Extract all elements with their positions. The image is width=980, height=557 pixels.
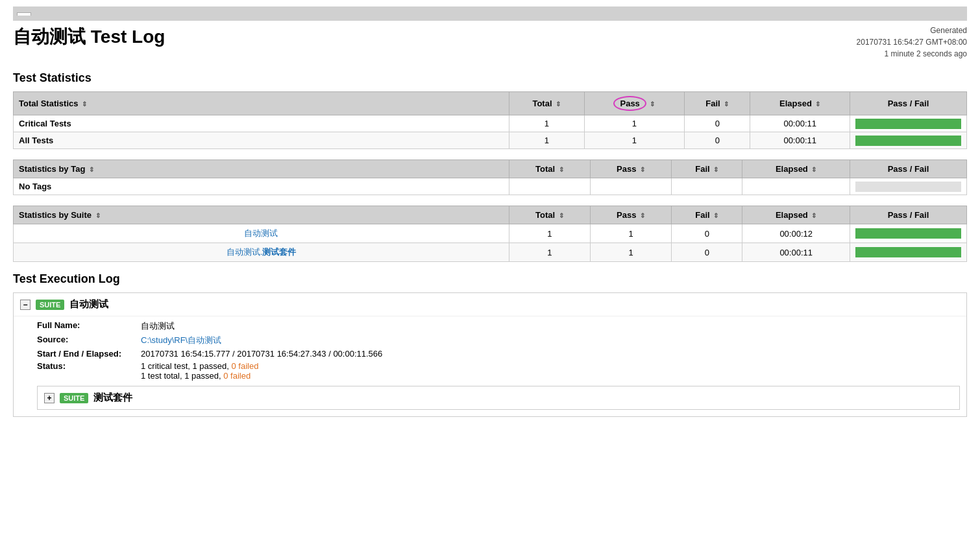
row-total: 1 [509,115,584,132]
row-pass [590,178,672,195]
test-statistics-title: Test Statistics [13,71,967,85]
tag-stats-col-pass: Pass ⇕ [590,160,672,178]
sort-arrows-tag[interactable]: ⇕ [89,166,94,173]
total-statistics-table: Total Statistics ⇕ Total ⇕ Pass ⇕ Fail ⇕… [13,91,967,149]
execution-suites-container: − SUITE 自动测试 Full Name: 自动测试 Source: C:\… [13,292,967,417]
suite-link[interactable]: 自动测试.测试套件 [227,247,297,257]
browser-tab [17,12,31,16]
sort-arrows-suite-pass[interactable]: ⇕ [640,212,645,219]
suite-block: − SUITE 自动测试 Full Name: 自动测试 Source: C:\… [13,292,967,417]
sort-arrows-fail[interactable]: ⇕ [724,101,729,108]
total-stats-col-name: Total Statistics ⇕ [14,92,509,115]
suite-stats-col-elapsed: Elapsed ⇕ [742,206,850,224]
sort-arrows-total2[interactable]: ⇕ [556,101,561,108]
table-row: Critical Tests 1 1 0 00:00:11 [14,115,967,132]
progress-bar [855,119,961,129]
row-elapsed: 00:00:11 [750,132,850,149]
failed-count-2: 0 failed [223,371,251,381]
tag-stats-col-name: Statistics by Tag ⇕ [14,160,509,178]
detail-label-source: Source: [37,335,141,344]
generated-info: Generated 20170731 16:54:27 GMT+08:00 1 … [857,25,967,60]
sort-arrows-pass[interactable]: ⇕ [650,101,655,108]
row-elapsed: 00:00:11 [742,243,850,262]
sort-arrows-elapsed[interactable]: ⇕ [815,101,820,108]
sort-arrows-tag-pass[interactable]: ⇕ [640,166,645,173]
row-fail [672,178,742,195]
row-name: 自动测试.测试套件 [14,243,509,262]
progress-bar [855,228,961,239]
suite-toggle-button[interactable]: − [20,300,31,310]
sort-arrows-total[interactable]: ⇕ [82,101,87,108]
header-area: 自动测试 Test Log Generated 20170731 16:54:2… [13,25,967,60]
suite-stats-col-fail: Fail ⇕ [672,206,742,224]
table-row: 自动测试.测试套件 1 1 0 00:00:11 [14,243,967,262]
suite-header: − SUITE 自动测试 [14,293,966,316]
detail-label-fullname: Full Name: [37,320,141,330]
failed-count-1: 0 failed [231,361,258,371]
nested-toggle-button[interactable]: + [44,393,55,403]
sort-arrows-suite-total[interactable]: ⇕ [559,212,564,219]
tag-stats-col-fail: Fail ⇕ [672,160,742,178]
row-pass: 1 [584,115,685,132]
total-stats-col-passfail: Pass / Fail [850,92,967,115]
row-total: 1 [509,243,590,262]
detail-value-elapsed: 20170731 16:54:15.777 / 20170731 16:54:2… [141,349,382,359]
detail-row-fullname: Full Name: 自动测试 [37,320,960,332]
sort-arrows-suite-fail[interactable]: ⇕ [713,212,718,219]
row-elapsed: 00:00:11 [750,115,850,132]
execution-log-title: Test Execution Log [13,272,967,286]
tag-stats-col-elapsed: Elapsed ⇕ [742,160,850,178]
row-pass: 1 [590,224,672,243]
browser-bar [13,6,967,21]
generated-label: Generated [857,25,967,36]
sort-arrows-tag-total[interactable]: ⇕ [559,166,564,173]
tag-statistics-table: Statistics by Tag ⇕ Total ⇕ Pass ⇕ Fail … [13,160,967,195]
total-stats-col-fail: Fail ⇕ [685,92,750,115]
row-fail: 0 [672,243,742,262]
detail-value-status: 1 critical test, 1 passed, 0 failed 1 te… [141,361,258,381]
row-passfail-bar [850,243,967,262]
row-elapsed: 00:00:12 [742,224,850,243]
suite-stats-col-name: Statistics by Suite ⇕ [14,206,509,224]
detail-value-source: C:\study\RF\自动测试 [141,335,221,346]
progress-bar [855,136,961,146]
detail-value-fullname: 自动测试 [141,320,175,332]
row-fail: 0 [685,115,750,132]
suite-badge: SUITE [36,300,64,310]
sort-arrows-tag-elapsed[interactable]: ⇕ [811,166,816,173]
suite-link[interactable]: 自动测试 [244,228,278,238]
nested-suite-header: + SUITE 测试套件 [38,386,959,409]
detail-label-elapsed: Start / End / Elapsed: [37,349,141,359]
suite-details: Full Name: 自动测试 Source: C:\study\RF\自动测试… [14,316,966,416]
generated-datetime: 20170731 16:54:27 GMT+08:00 [857,36,967,48]
nested-suite-badge: SUITE [60,393,88,403]
table-row: All Tests 1 1 0 00:00:11 [14,132,967,149]
sort-arrows-suite-elapsed[interactable]: ⇕ [811,212,816,219]
row-fail: 0 [672,224,742,243]
row-elapsed [742,178,850,195]
row-pass: 1 [590,243,672,262]
row-name: Critical Tests [14,115,509,132]
row-passfail-bar [850,224,967,243]
total-stats-col-elapsed: Elapsed ⇕ [750,92,850,115]
detail-row-source: Source: C:\study\RF\自动测试 [37,335,960,346]
row-passfail-bar [850,115,967,132]
row-name: All Tests [14,132,509,149]
nested-suite-name: 测试套件 [93,392,132,404]
row-total: 1 [509,132,584,149]
row-passfail-bar [850,178,967,195]
tag-stats-col-passfail: Pass / Fail [850,160,967,178]
nested-suite-block: + SUITE 测试套件 [37,386,960,410]
sort-arrows-tag-fail[interactable]: ⇕ [713,166,718,173]
table-row: No Tags [14,178,967,195]
row-pass: 1 [584,132,685,149]
source-link[interactable]: C:\study\RF\自动测试 [141,335,221,345]
progress-bar [855,182,961,192]
row-passfail-bar [850,132,967,149]
row-total [509,178,590,195]
row-name: 自动测试 [14,224,509,243]
row-name: No Tags [14,178,509,195]
total-stats-col-total: Total ⇕ [509,92,584,115]
sort-arrows-suite[interactable]: ⇕ [95,212,101,219]
generated-ago: 1 minute 2 seconds ago [857,48,967,60]
